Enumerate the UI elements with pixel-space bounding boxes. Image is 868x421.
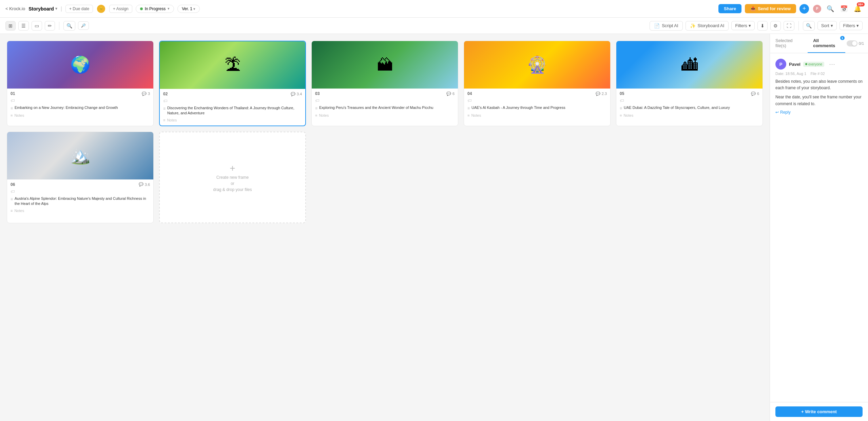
add-frame-card[interactable]: + Create new frame or drag & drop your f…: [159, 132, 306, 223]
sort-chevron: ▾: [831, 23, 833, 28]
script-ai-button[interactable]: 📄 Script AI: [650, 21, 682, 31]
notes-icon: ≡: [163, 118, 165, 122]
toolbar-separator: [59, 22, 59, 30]
panel-search-button[interactable]: 🔍: [803, 21, 815, 31]
script-ai-label: Script AI: [662, 23, 678, 28]
fullscreen-button[interactable]: ⛶: [784, 21, 794, 31]
card-02-title: ≡ Discovering the Enchanting Wonders of …: [163, 106, 302, 116]
status-button[interactable]: In Progress ▾: [136, 5, 174, 13]
tab-all-comments[interactable]: All comments 1: [808, 34, 845, 53]
assign-button[interactable]: + Assign: [109, 5, 132, 13]
panel-view-button[interactable]: ▭: [32, 21, 42, 31]
comment-body-1: Besides notes, you can also leave commen…: [775, 78, 863, 91]
write-comment-button[interactable]: + Write comment: [775, 406, 863, 417]
card-06[interactable]: 🏔️ 06 💬 3.6 🏷 ≡ Austria's Alpin: [7, 132, 154, 223]
title-text: Storyboard: [28, 6, 54, 12]
title-icon: ≡: [11, 106, 13, 111]
notif-count: 99+: [857, 2, 865, 6]
card-01-notes: ≡ Notes: [11, 113, 150, 117]
card-04-meta: 04 💬 2.3: [467, 91, 607, 96]
script-ai-icon: 📄: [654, 23, 660, 28]
card-04-notes: ≡ Notes: [467, 113, 607, 117]
list-view-button[interactable]: ☰: [18, 21, 29, 31]
notes-icon: ≡: [620, 113, 622, 117]
add-button[interactable]: +: [799, 4, 809, 14]
toggle-track[interactable]: [847, 40, 857, 46]
comment-body-2: Near the date, you'll see the frame numb…: [775, 94, 863, 107]
sort-label: Sort: [821, 23, 829, 28]
panel-filters-button[interactable]: Filters ▾: [840, 21, 863, 30]
card-06-tag: 🏷: [11, 189, 150, 194]
card-04-tag: 🏷: [467, 98, 607, 103]
card-06-notes: ≡ Notes: [11, 209, 150, 213]
card-05-comments: 💬 6: [751, 92, 759, 96]
send-review-button[interactable]: 📤 Send for review: [745, 4, 796, 13]
notes-icon: ≡: [315, 113, 317, 117]
comment-avatar: P: [775, 59, 786, 70]
comment-header: P Pavel everyone ⋯: [775, 59, 863, 70]
card-04-num: 04: [467, 91, 472, 96]
title-icon: ≡: [315, 106, 317, 111]
card-02[interactable]: 🏝 02 💬 3.4 🏷 ≡ Discovering the: [159, 41, 306, 126]
card-05[interactable]: 🏙 05 💬 6 🏷 ≡ UAE Dubai: A Dazzl: [616, 41, 763, 126]
card-01-tag: 🏷: [11, 98, 150, 103]
card-03[interactable]: 🏔 03 💬 6 🏷 ≡ Exploring Peru's T: [311, 41, 458, 126]
comment-card: P Pavel everyone ⋯ Date: 18:56, Aug 1 Fi…: [775, 59, 863, 115]
notification-badge[interactable]: 🔔 99+: [852, 4, 863, 14]
back-link[interactable]: < Krock.io: [5, 6, 25, 11]
reply-button[interactable]: ↩ Reply: [775, 110, 863, 115]
write-comment-area: + Write comment: [770, 402, 868, 421]
reply-label: Reply: [780, 110, 791, 115]
comment-section: P Pavel everyone ⋯ Date: 18:56, Aug 1 Fi…: [770, 53, 868, 402]
zoom-out-button[interactable]: 🔍: [63, 21, 75, 31]
card-03-meta: 03 💬 6: [315, 91, 455, 96]
editor-view-button[interactable]: ✏: [45, 21, 55, 31]
title-chevron[interactable]: ▾: [55, 6, 57, 11]
comment-more-button[interactable]: ⋯: [827, 60, 837, 69]
calendar-button[interactable]: 📅: [839, 4, 849, 14]
settings-button[interactable]: ⚙: [770, 21, 781, 31]
download-button[interactable]: ⬇: [757, 21, 768, 31]
tag-icon: 🏷: [620, 98, 624, 103]
comment-icon: 💬: [139, 182, 143, 187]
tab-selected-files[interactable]: Selected file(s): [770, 34, 808, 53]
zoom-in-button[interactable]: 🔎: [78, 21, 89, 30]
due-date-button[interactable]: + Due date: [65, 5, 93, 13]
panel-filters-chevron: ▾: [856, 23, 859, 28]
tab-all-comments-label: All comments: [813, 38, 835, 48]
card-02-meta: 02 💬 3.4: [163, 92, 302, 96]
card-05-meta: 05 💬 6: [620, 91, 759, 96]
share-button[interactable]: Share: [718, 4, 741, 13]
top-nav: < Krock.io Storyboard ▾ | + Due date 😊 +…: [0, 0, 868, 18]
card-04-comments: 💬 2.3: [596, 92, 607, 96]
storyboard-ai-button[interactable]: ✨ Storyboard AI: [686, 21, 729, 31]
comment-icon: 💬: [446, 92, 451, 96]
sort-button[interactable]: Sort ▾: [817, 21, 837, 30]
storyboard-title: Storyboard ▾: [28, 6, 57, 12]
card-06-body: 06 💬 3.6 🏷 ≡ Austria's Alpine Splendor: …: [7, 179, 153, 216]
assign-avatar: 😊: [96, 4, 106, 14]
comment-badge: everyone: [803, 62, 824, 67]
grid-view-button[interactable]: ⊞: [5, 21, 16, 31]
card-01[interactable]: 🌍 01 💬 3 🏷 ≡ Embarking on a New: [7, 41, 154, 126]
storyboard-ai-label: Storyboard AI: [698, 23, 725, 28]
cards-grid: 🌍 01 💬 3 🏷 ≡ Embarking on a New: [7, 41, 763, 223]
right-panel: Selected file(s) All comments 1 0/1 P Pa…: [770, 34, 868, 421]
user-avatar: P: [812, 4, 822, 14]
toolbar-right: Filters ▾ ⬇ ⚙ ⛶: [731, 21, 794, 31]
add-frame-label2: or: [231, 181, 234, 186]
toggle-area: 0/1: [845, 39, 868, 48]
card-03-title: ≡ Exploring Peru's Treasures and the Anc…: [315, 105, 455, 111]
filters-button[interactable]: Filters ▾: [731, 21, 754, 30]
search-button[interactable]: 🔍: [825, 4, 835, 14]
card-04[interactable]: 🎡 04 💬 2.3 🏷 ≡ UAE's Al Kasbah: [464, 41, 611, 126]
card-05-image: 🏙: [616, 41, 763, 89]
card-03-notes: ≡ Notes: [315, 113, 455, 117]
card-02-tag: 🏷: [163, 98, 302, 103]
notes-icon: ≡: [467, 113, 469, 117]
toggle-label: 0/1: [859, 41, 864, 45]
card-03-tag: 🏷: [315, 98, 455, 103]
filters-chevron: ▾: [749, 23, 751, 28]
version-button[interactable]: Ver. 1 ▾: [177, 5, 200, 13]
card-03-comments: 💬 6: [446, 92, 455, 96]
